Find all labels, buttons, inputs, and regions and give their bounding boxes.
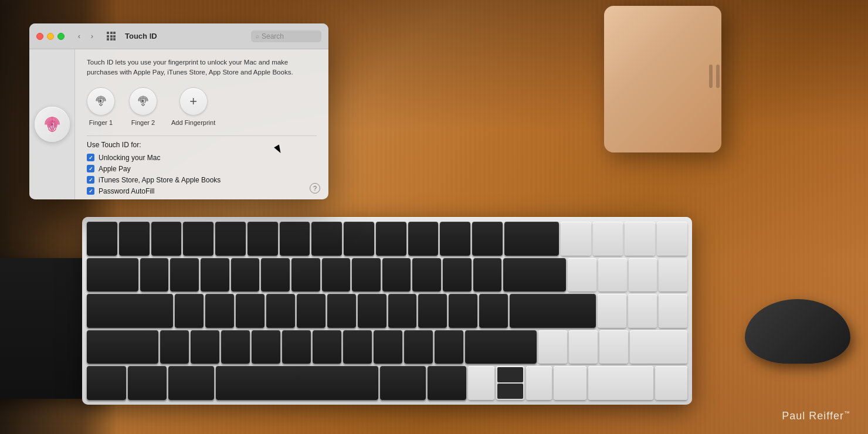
key: [313, 330, 341, 364]
grid-icon[interactable]: [107, 32, 116, 40]
checkbox-autofill-check[interactable]: [87, 187, 94, 195]
plus-icon: +: [189, 95, 197, 108]
key: [344, 222, 374, 256]
key: [449, 294, 477, 328]
key-numpad: [593, 222, 623, 256]
section-title: Use Touch ID for:: [87, 141, 317, 149]
key: [311, 222, 342, 256]
search-bar[interactable]: ⌕ Search: [251, 30, 321, 42]
key-numpad: [598, 258, 627, 292]
photographer-watermark: Paul Reiffer™: [782, 410, 850, 422]
key: [412, 258, 441, 292]
search-icon: ⌕: [256, 33, 259, 39]
checkbox-itunes[interactable]: iTunes Store, App Store & Apple Books: [87, 176, 317, 184]
minimize-button[interactable]: [47, 33, 54, 40]
key-numpad: [569, 330, 598, 364]
description-text: Touch ID lets you use your fingerprint t…: [87, 57, 317, 78]
key: [205, 294, 234, 328]
search-placeholder: Search: [262, 32, 284, 40]
key-numpad-enter: [630, 330, 687, 364]
key: [221, 330, 250, 364]
finger-2-button[interactable]: Finger 2: [129, 87, 157, 126]
key: [291, 258, 320, 292]
checkbox-apple-pay[interactable]: Apple Pay: [87, 165, 317, 173]
key: [408, 222, 439, 256]
key: [440, 222, 470, 256]
key: [282, 330, 311, 364]
key-shift-r: [465, 330, 537, 364]
keyboard-area: [47, 182, 692, 405]
back-button[interactable]: ‹: [74, 31, 84, 42]
key: [231, 258, 260, 292]
key-numpad: [554, 366, 586, 400]
sidebar: [29, 49, 75, 199]
key: [479, 294, 508, 328]
finger-2-label: Finger 2: [131, 119, 155, 126]
key-caps: [87, 294, 173, 328]
key-numpad: [561, 222, 591, 256]
key-return: [510, 294, 596, 328]
key-numpad: [657, 222, 687, 256]
key: [252, 330, 280, 364]
key: [151, 222, 182, 256]
checkbox-itunes-label: iTunes Store, App Store & Apple Books: [99, 176, 221, 184]
close-button[interactable]: [36, 33, 43, 40]
key: [388, 294, 417, 328]
touch-id-icon: [35, 107, 70, 142]
window-controls: [36, 33, 65, 40]
checkbox-itunes-check[interactable]: [87, 176, 94, 184]
key-opt: [128, 366, 167, 400]
key: [247, 222, 278, 256]
key-shift: [87, 330, 158, 364]
key: [215, 222, 246, 256]
nav-buttons: ‹ ›: [74, 31, 97, 42]
forward-button[interactable]: ›: [87, 31, 97, 42]
checkbox-apple-pay-check[interactable]: [87, 165, 94, 172]
finger-1-button[interactable]: Finger 1: [87, 87, 115, 126]
key-cmd-r: [380, 366, 426, 400]
key-numpad: [625, 222, 655, 256]
key: [119, 222, 150, 256]
key: [343, 330, 372, 364]
window-content: Touch ID lets you use your fingerprint t…: [29, 49, 328, 199]
maximize-button[interactable]: [57, 33, 65, 40]
touch-id-window: ‹ › Touch ID ⌕ Search: [29, 23, 328, 199]
key: [87, 258, 138, 292]
key: [297, 294, 326, 328]
checkbox-unlocking-label: Unlocking your Mac: [99, 154, 160, 162]
checkbox-unlocking-check[interactable]: [87, 154, 94, 161]
add-fingerprint-label: Add Fingerprint: [171, 119, 215, 126]
magic-keyboard: [82, 217, 692, 405]
key-space: [216, 366, 378, 400]
key: [170, 258, 199, 292]
key-numpad-0: [588, 366, 653, 400]
add-fingerprint-button[interactable]: + Add Fingerprint: [171, 87, 215, 126]
key-cmd: [168, 366, 214, 400]
key: [382, 258, 411, 292]
key-arrows-ud: [496, 366, 524, 400]
key: [280, 222, 310, 256]
key: [201, 258, 229, 292]
key-numpad-dot: [655, 366, 687, 400]
window-title: Touch ID: [125, 32, 246, 40]
checkbox-unlocking[interactable]: Unlocking your Mac: [87, 154, 317, 162]
key: [435, 330, 463, 364]
key-numpad: [598, 294, 626, 328]
key: [352, 258, 381, 292]
key: [322, 258, 351, 292]
help-button[interactable]: ?: [310, 183, 320, 194]
key: [140, 258, 169, 292]
key: [473, 258, 502, 292]
checkbox-autofill[interactable]: Password AutoFill: [87, 187, 317, 195]
key: [418, 294, 447, 328]
key: [503, 258, 566, 292]
key: [358, 294, 386, 328]
key: [374, 330, 402, 364]
main-content: Touch ID lets you use your fingerprint t…: [75, 49, 328, 199]
key: [443, 258, 472, 292]
key: [175, 294, 204, 328]
key-numpad: [659, 294, 687, 328]
fingerprint-row: Finger 1: [87, 87, 317, 126]
key-numpad: [659, 258, 687, 292]
key: [183, 222, 213, 256]
